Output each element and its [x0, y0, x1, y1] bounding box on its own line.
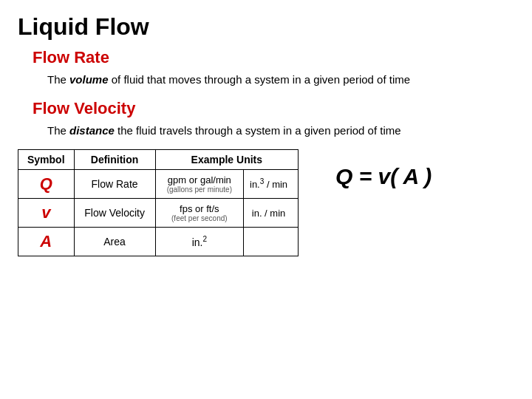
- table-row-v: v Flow Velocity fps or ft/s (feet per se…: [18, 199, 299, 228]
- table-wrapper: Symbol Definition Example Units Q Flow R…: [18, 149, 514, 256]
- flow-velocity-body: The distance the fluid travels through a…: [47, 123, 514, 140]
- definition-flow-velocity: Flow Velocity: [74, 199, 155, 228]
- definition-area: Area: [74, 228, 155, 256]
- unit-extra-v: in. / min: [244, 199, 299, 228]
- unit-gpm: gpm or gal/min (gallons per minute): [155, 170, 244, 199]
- table-row-q: Q Flow Rate gpm or gal/min (gallons per …: [18, 170, 299, 199]
- flow-rate-body: The volume of fluid that moves through a…: [47, 72, 514, 89]
- unit-extra-a: [244, 228, 299, 256]
- symbol-q: Q: [18, 170, 75, 199]
- symbol-v: v: [18, 199, 75, 228]
- unit-in2: in.2: [155, 228, 244, 256]
- col-header-definition: Definition: [74, 150, 155, 170]
- col-header-example-units: Example Units: [155, 150, 298, 170]
- page-title: Liquid Flow: [18, 13, 514, 41]
- flow-rate-heading: Flow Rate: [33, 48, 514, 67]
- formula-text: Q = v( A ): [335, 164, 432, 189]
- definition-flow-rate: Flow Rate: [74, 170, 155, 199]
- col-header-symbol: Symbol: [18, 150, 75, 170]
- liquid-flow-table: Symbol Definition Example Units Q Flow R…: [18, 149, 299, 256]
- unit-fps: fps or ft/s (feet per second): [155, 199, 244, 228]
- table-row-a: A Area in.2: [18, 228, 299, 256]
- flow-velocity-heading: Flow Velocity: [33, 99, 514, 118]
- unit-extra-q: in.3 / min: [244, 170, 299, 199]
- symbol-a: A: [18, 228, 75, 256]
- formula-display: Q = v( A ): [328, 164, 432, 189]
